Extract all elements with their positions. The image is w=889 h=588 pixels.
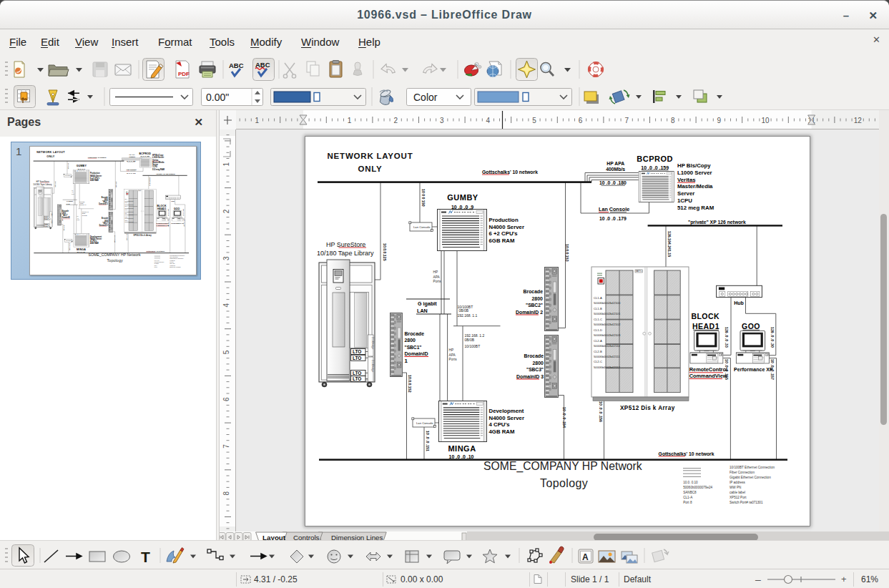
svg-text:9: 9 [717, 117, 722, 124]
svg-text:PDF: PDF [178, 71, 190, 77]
svg-text:4: 4 [486, 117, 491, 124]
svg-text:8: 8 [222, 491, 230, 495]
svg-text:1: 1 [348, 117, 352, 124]
svg-text:1: 1 [222, 162, 230, 166]
svg-text:A: A [582, 552, 589, 562]
svg-text:T: T [141, 549, 150, 565]
svg-text:ABC: ABC [229, 62, 244, 69]
svg-text:4: 4 [222, 303, 230, 308]
svg-text:Color: Color [413, 92, 438, 103]
svg-text:6: 6 [222, 397, 230, 401]
svg-text:3: 3 [440, 117, 444, 124]
svg-text:0.00": 0.00" [206, 92, 229, 103]
svg-text:5: 5 [532, 117, 536, 124]
svg-text:5: 5 [222, 350, 230, 354]
svg-text:2: 2 [393, 117, 398, 124]
svg-text:7: 7 [624, 117, 629, 124]
svg-text:10: 10 [761, 117, 770, 124]
svg-text:12: 12 [854, 117, 863, 124]
svg-text:%: % [475, 64, 478, 67]
svg-text:7: 7 [222, 444, 230, 449]
svg-text:1: 1 [255, 117, 260, 124]
svg-text:2: 2 [222, 209, 230, 213]
svg-text:8: 8 [671, 117, 675, 124]
svg-text:3: 3 [222, 256, 230, 260]
svg-text:6: 6 [579, 117, 583, 124]
